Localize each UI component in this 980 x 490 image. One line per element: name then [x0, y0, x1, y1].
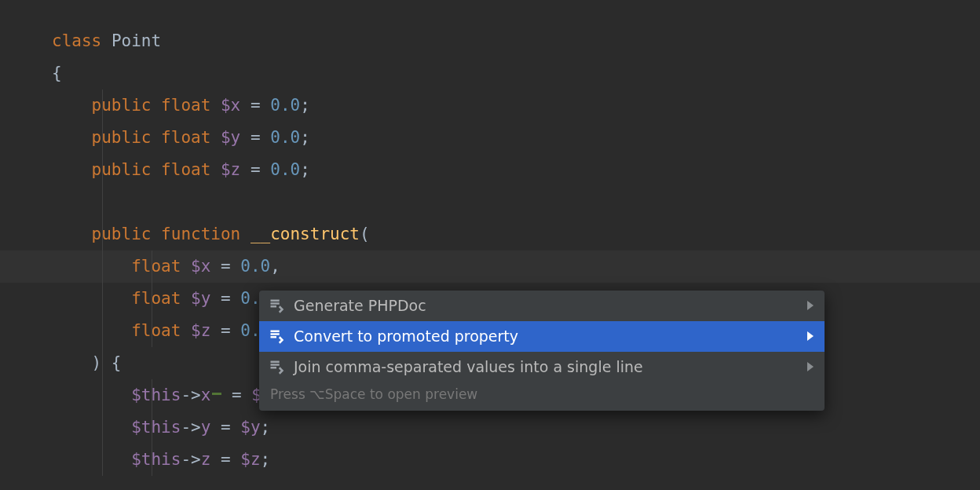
code-line: public float $x = 0.0; [0, 90, 980, 122]
intention-bulb-icon [269, 359, 284, 375]
code-line: class Point [0, 25, 980, 57]
variable: $z [240, 450, 260, 469]
variable: $z [221, 160, 240, 179]
equals: = [250, 96, 261, 115]
equals: = [232, 386, 242, 404]
variable: $x [191, 257, 210, 276]
number: 0.0 [270, 96, 300, 115]
code-line: $this->z = $z; [0, 444, 980, 476]
equals: = [221, 450, 231, 469]
equals: = [221, 321, 231, 340]
variable: $y [240, 418, 260, 437]
type: float [161, 96, 210, 115]
intention-item-label: Join comma-separated values into a singl… [294, 358, 798, 376]
modifier: public [92, 225, 152, 243]
variable: $y [221, 128, 240, 147]
type: float [131, 289, 181, 308]
property: x [201, 386, 211, 404]
code-line-highlighted: float $x = 0.0, [0, 250, 980, 283]
intention-actions-popup[interactable]: Generate PHPDoc Convert to promoted prop… [259, 291, 825, 411]
class-name: Point [112, 31, 161, 50]
intention-item-label: Convert to promoted property [294, 327, 798, 346]
code-line: public function __construct( [0, 218, 980, 250]
property: y [201, 418, 211, 437]
paren-close-brace-open: ) { [92, 353, 122, 372]
number: 0.0 [270, 160, 300, 179]
popup-preview-hint: Press ⌥Space to open preview [259, 382, 825, 410]
brace-open: { [52, 64, 62, 82]
paren-open: ( [360, 225, 370, 243]
code-line: $this->y = $y; [0, 411, 980, 444]
intention-item-join-comma[interactable]: Join comma-separated values into a singl… [259, 352, 825, 382]
code-line: { [0, 57, 980, 90]
intention-item-convert-promoted[interactable]: Convert to promoted property [259, 321, 825, 352]
semicolon: ; [300, 160, 310, 179]
semicolon: ; [261, 450, 271, 469]
type: float [161, 128, 210, 147]
keyword-class: class [52, 31, 101, 50]
number: 0.0 [270, 128, 300, 147]
intention-bulb-icon [269, 328, 284, 344]
intention-bulb-icon [269, 298, 284, 313]
modifier: public [92, 128, 152, 147]
modifier: public [92, 96, 152, 115]
property: z [201, 450, 211, 469]
variable: $y [191, 289, 210, 308]
code-line-blank [0, 186, 980, 218]
keyword-function: function [161, 225, 240, 243]
semicolon: ; [300, 96, 310, 115]
chevron-right-icon [807, 331, 814, 341]
variable: $x [221, 96, 240, 115]
equals: = [221, 418, 231, 437]
chevron-right-icon [807, 301, 814, 310]
semicolon: ; [261, 418, 271, 437]
type: float [161, 160, 210, 179]
this-ref: $this [131, 386, 181, 404]
number: 0.0 [240, 257, 270, 276]
function-name: __construct [250, 225, 360, 243]
this-ref: $this [131, 450, 181, 469]
modifier: public [92, 160, 152, 179]
equals: = [221, 257, 231, 276]
equals: = [250, 160, 261, 179]
variable: $z [191, 321, 210, 340]
type: float [131, 321, 181, 340]
intention-item-label: Generate PHPDoc [294, 297, 798, 315]
comma: , [270, 257, 280, 276]
semicolon: ; [300, 128, 310, 147]
inlay-hint-icon [212, 393, 221, 395]
code-line: public float $z = 0.0; [0, 154, 980, 186]
chevron-right-icon [807, 362, 814, 371]
equals: = [221, 289, 231, 308]
type: float [131, 257, 181, 276]
arrow: -> [181, 450, 200, 469]
equals: = [250, 128, 261, 147]
code-line: public float $y = 0.0; [0, 122, 980, 154]
arrow: -> [181, 418, 200, 437]
arrow: -> [181, 386, 200, 404]
this-ref: $this [131, 418, 181, 437]
intention-item-generate-phpdoc[interactable]: Generate PHPDoc [259, 291, 825, 321]
